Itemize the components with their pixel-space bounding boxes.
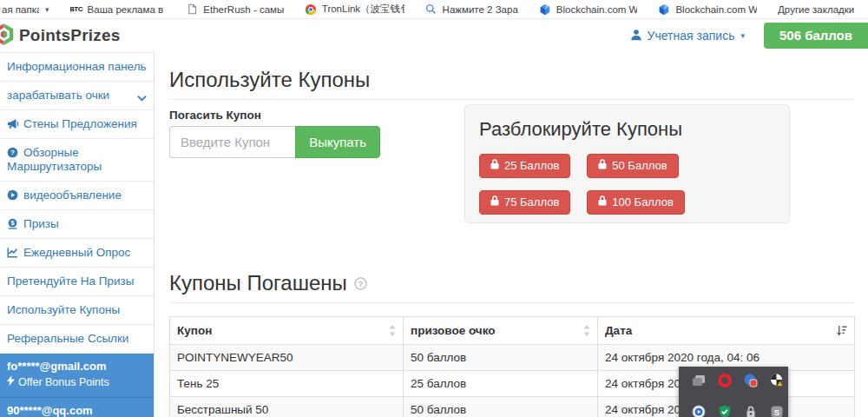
chevron-down-icon bbox=[137, 91, 147, 105]
chevron-down-icon: ▾ bbox=[45, 5, 49, 14]
blockchain-icon bbox=[658, 3, 670, 16]
unlock-75-points-button[interactable]: 75 Баллов bbox=[479, 190, 570, 215]
bookmark-item[interactable]: Blockchain.com Wa bbox=[539, 3, 638, 16]
lightning-icon bbox=[7, 375, 15, 389]
bookmark-item[interactable]: BTC Ваша реклама в с bbox=[70, 3, 166, 16]
bookmark-label: TronLink（波宝钱包 bbox=[322, 3, 404, 16]
coupon-cell: Бесстрашный 50 bbox=[170, 397, 404, 417]
sidebar-item-label: Информационная панель bbox=[7, 60, 147, 73]
line-chart-icon bbox=[7, 247, 19, 258]
sort-desc-icon bbox=[836, 325, 847, 336]
sidebar-item-survey-routers[interactable]: ? Обзорные Маршрутизаторы bbox=[0, 139, 154, 182]
sidebar-item-referral-links[interactable]: Реферальные Ссылки bbox=[0, 325, 154, 354]
opera-icon[interactable] bbox=[718, 374, 732, 387]
defender-warning-icon[interactable] bbox=[770, 374, 784, 387]
chevron-down-icon: ▾ bbox=[740, 31, 745, 40]
sidebar-item-redeem-coupons[interactable]: Используйте Купоны bbox=[0, 296, 154, 325]
page-icon bbox=[186, 3, 198, 16]
bookmark-item[interactable]: Blockchain.com Wa bbox=[658, 3, 757, 16]
coupon-cell: Тень 25 bbox=[170, 371, 404, 397]
pointsprizes-logo-icon bbox=[0, 23, 16, 50]
blue-red-app-icon[interactable] bbox=[744, 374, 758, 387]
s-app-icon[interactable]: S bbox=[770, 405, 784, 417]
lock-icon bbox=[490, 159, 499, 172]
sidebar-item-label: Используйте Купоны bbox=[7, 303, 120, 316]
sidebar-item-offer-walls[interactable]: Стены Предложения bbox=[0, 110, 154, 139]
table-header-date[interactable]: Дата bbox=[598, 317, 855, 345]
site-header: PointsPrizes Учетная запись ▾ 506 баллов bbox=[0, 19, 868, 52]
lock-icon bbox=[598, 159, 607, 172]
notes-app-icon[interactable] bbox=[692, 374, 706, 387]
unlock-panel-title: Разблокируйте Купоны bbox=[479, 118, 775, 141]
sidebar-item-earn-points[interactable]: зарабатывать очки bbox=[0, 82, 154, 110]
divider bbox=[169, 99, 855, 100]
bookmark-label: Нажмите 2 Зараб bbox=[443, 4, 518, 15]
bookmark-folder[interactable]: ая папка ▾ bbox=[2, 4, 49, 15]
notification-message: Offer Bonus Points bbox=[18, 376, 109, 389]
tronlink-icon bbox=[305, 3, 317, 16]
media-player-icon[interactable] bbox=[692, 405, 706, 417]
bookmark-label: Blockchain.com Wa bbox=[556, 4, 638, 15]
user-icon bbox=[630, 29, 642, 43]
unlock-100-points-button[interactable]: 100 Баллов bbox=[587, 190, 685, 215]
sidebar-item-prizes[interactable]: $ Призы bbox=[0, 210, 154, 239]
sidebar-item-label: Стены Предложения bbox=[23, 117, 137, 130]
logo-text: PointsPrizes bbox=[19, 26, 120, 45]
unlock-25-points-button[interactable]: 25 Баллов bbox=[479, 154, 570, 178]
points-balance-badge[interactable]: 506 баллов bbox=[764, 23, 868, 49]
page-title: Используйте Купоны bbox=[169, 68, 855, 92]
bookmark-item[interactable]: TronLink（波宝钱包 bbox=[305, 3, 404, 16]
megaphone-icon bbox=[7, 118, 19, 129]
antivirus-shield-check-icon[interactable] bbox=[718, 405, 732, 417]
svg-text:$: $ bbox=[10, 219, 14, 227]
notification-offer-bonus-1[interactable]: fo*****@gmail.com Offer Bonus Points bbox=[0, 354, 154, 397]
points-cell: 50 баллов bbox=[404, 345, 598, 371]
site-logo[interactable]: PointsPrizes bbox=[0, 23, 120, 50]
points-cell: 25 баллов bbox=[404, 371, 598, 397]
bookmark-label: Blockchain.com Wa bbox=[675, 4, 757, 15]
sidebar-item-label: Реферальные Ссылки bbox=[7, 332, 128, 345]
redeem-button[interactable]: Выкупать bbox=[295, 126, 380, 158]
notification-email: 90*****@qq.com bbox=[7, 404, 147, 417]
blockchain-icon bbox=[539, 3, 551, 16]
divider bbox=[169, 302, 855, 303]
sidebar-item-label: Претендуйте На Призы bbox=[7, 275, 134, 288]
table-header-points[interactable]: призовое очко bbox=[404, 317, 598, 345]
sidebar-item-daily-poll[interactable]: Ежедневный Опрос bbox=[0, 239, 154, 268]
svg-text:?: ? bbox=[358, 280, 363, 288]
help-icon[interactable]: ? bbox=[354, 271, 367, 295]
unlock-50-points-button[interactable]: 50 Баллов bbox=[587, 154, 678, 178]
table-header-coupon[interactable]: Купон bbox=[170, 317, 404, 345]
main-content: Используйте Купоны Погасить Купон Выкупа… bbox=[155, 52, 868, 417]
svg-text:?: ? bbox=[10, 149, 15, 156]
unlock-coupons-panel: Разблокируйте Купоны 25 Баллов 50 Баллов… bbox=[464, 104, 790, 223]
bookmark-label: Ваша реклама в с bbox=[88, 4, 166, 15]
lock-icon bbox=[598, 195, 607, 208]
sidebar-item-claim-prizes[interactable]: Претендуйте На Призы bbox=[0, 268, 154, 296]
bookmarks-bar: ая папка ▾ BTC Ваша реклама в с EtherRus… bbox=[0, 0, 868, 19]
bookmark-label: ая папка bbox=[2, 4, 39, 15]
points-cell: 50 баллов bbox=[404, 397, 598, 417]
sidebar: Информационная панель зарабатывать очки … bbox=[0, 52, 155, 417]
sidebar-item-label: Ежедневный Опрос bbox=[23, 246, 130, 259]
sort-icon bbox=[583, 325, 590, 336]
coupon-input[interactable] bbox=[169, 126, 295, 158]
sidebar-item-dashboard[interactable]: Информационная панель bbox=[0, 53, 154, 82]
sidebar-item-label: видеообъявление bbox=[23, 189, 122, 202]
question-circle-icon: ? bbox=[7, 147, 19, 158]
btc-icon: BTC bbox=[70, 3, 82, 16]
lock-icon bbox=[490, 195, 499, 208]
sidebar-item-label: Призы bbox=[23, 217, 59, 230]
other-bookmarks-label: Другие закладки bbox=[778, 4, 854, 15]
notification-offer-bonus-2[interactable]: 90*****@qq.com Offer Bonus Points bbox=[0, 397, 154, 417]
bookmark-label: EtherRush - самый bbox=[203, 4, 283, 15]
padlock-app-icon[interactable] bbox=[744, 405, 758, 417]
sidebar-item-video-ads[interactable]: видеообъявление bbox=[0, 182, 154, 210]
other-bookmarks-button[interactable]: Другие закладки ▾ bbox=[778, 4, 859, 15]
sidebar-item-label: зарабатывать очки bbox=[7, 89, 109, 102]
money-icon: $ bbox=[7, 218, 19, 229]
bookmark-item[interactable]: EtherRush - самый bbox=[186, 3, 283, 16]
account-menu[interactable]: Учетная запись ▾ bbox=[630, 29, 745, 43]
bookmark-item[interactable]: Нажмите 2 Зараб bbox=[425, 3, 518, 16]
redeemed-section-title: Купоны Погашены bbox=[169, 271, 347, 295]
